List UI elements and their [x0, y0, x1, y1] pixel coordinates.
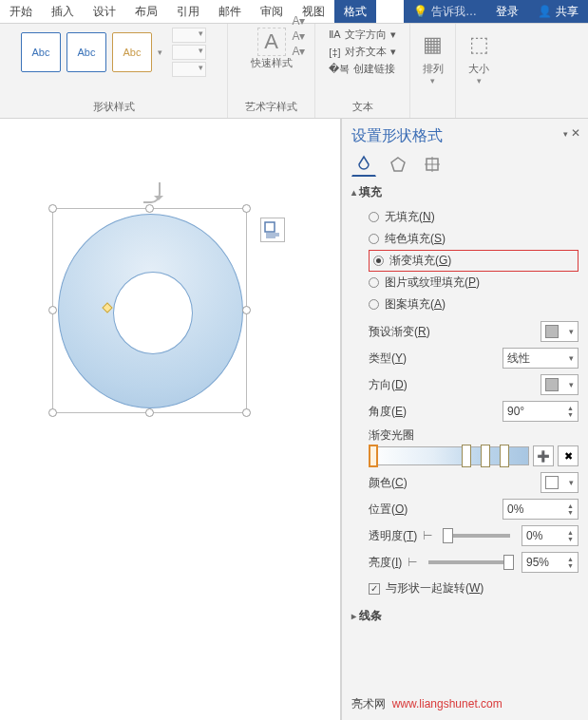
transparency-spinner[interactable]: 0%▲▼: [522, 525, 579, 546]
text-outline-icon[interactable]: A▾: [292, 29, 305, 43]
tab-insert[interactable]: 插入: [42, 0, 84, 23]
line-section-header[interactable]: 线条: [351, 608, 579, 624]
tab-mail[interactable]: 邮件: [209, 0, 251, 23]
resize-handle-bm[interactable]: [145, 408, 154, 417]
size-label: 大小: [468, 62, 489, 76]
fill-picture-radio[interactable]: 图片或纹理填充(P): [369, 272, 579, 294]
fill-gradient-radio[interactable]: 渐变填充(G): [369, 250, 579, 272]
group-shape-styles: 形状样式: [93, 100, 135, 114]
gradient-stop-3[interactable]: [481, 445, 490, 467]
shape-fill-dropdown[interactable]: [172, 28, 206, 43]
stop-position-spinner[interactable]: 0%▲▼: [503, 499, 579, 520]
shape-selection[interactable]: [52, 208, 247, 413]
brightness-spinner[interactable]: 95%▲▼: [522, 552, 579, 573]
size-icon[interactable]: ⬚: [462, 28, 496, 62]
shape-effects-dropdown[interactable]: [172, 62, 206, 77]
gradient-stops-label: 渐变光圈: [369, 427, 579, 444]
remove-stop-button[interactable]: ✖: [558, 445, 579, 466]
document-canvas[interactable]: [0, 119, 341, 720]
format-shape-pane: ✕ 设置形状格式 填充 无填充(N) 纯色填充(S) 渐变填充(G) 图片或纹理…: [341, 119, 588, 720]
lightbulb-icon: 💡: [413, 5, 427, 18]
text-fill-icon[interactable]: A▾: [292, 14, 305, 28]
pane-close-button[interactable]: ✕: [563, 126, 580, 140]
rotate-handle[interactable]: [143, 182, 161, 203]
align-text-icon: [‡]: [329, 47, 340, 58]
gradient-stop-4[interactable]: [500, 445, 509, 467]
text-direction-button[interactable]: ⅡA文字方向▾: [329, 28, 395, 42]
resize-handle-br[interactable]: [242, 408, 251, 417]
gallery-more-icon[interactable]: ▾: [158, 47, 162, 57]
shape-style-2[interactable]: Abc: [66, 32, 106, 72]
svg-rect-0: [265, 222, 275, 232]
tab-references[interactable]: 引用: [167, 0, 209, 23]
rotate-with-shape-checkbox[interactable]: ✓与形状一起旋转(W): [369, 580, 579, 597]
align-text-button[interactable]: [‡]对齐文本▾: [329, 45, 395, 59]
group-wordart: 艺术字样式: [245, 100, 297, 114]
angle-spinner[interactable]: 90°▲▼: [503, 401, 579, 422]
share-button[interactable]: 👤共享: [528, 0, 588, 23]
watermark: 亮术网 www.liangshunet.com: [351, 696, 503, 712]
shape-style-1[interactable]: Abc: [21, 32, 61, 72]
fill-line-tab[interactable]: [351, 152, 376, 177]
share-icon: 👤: [538, 5, 552, 18]
svg-marker-4: [391, 158, 405, 171]
add-stop-button[interactable]: ➕: [533, 445, 554, 466]
create-link-button[interactable]: �복创建链接: [329, 62, 395, 76]
tab-design[interactable]: 设计: [84, 0, 125, 23]
tell-me[interactable]: 💡告诉我…: [404, 0, 486, 23]
gradient-type-combo[interactable]: 线性▾: [503, 348, 579, 369]
fill-section-header[interactable]: 填充: [351, 184, 579, 200]
effects-tab[interactable]: [386, 152, 410, 177]
transparency-slider[interactable]: [444, 534, 510, 538]
donut-shape[interactable]: [58, 214, 243, 408]
quick-styles-label: 快速样式: [251, 56, 293, 70]
tab-review[interactable]: 审阅: [251, 0, 293, 23]
tab-layout[interactable]: 布局: [125, 0, 167, 23]
resize-handle-mr[interactable]: [242, 306, 251, 314]
brightness-slider[interactable]: [428, 560, 510, 564]
fill-none-radio[interactable]: 无填充(N): [369, 206, 579, 228]
text-effects-icon[interactable]: A▾: [292, 45, 305, 58]
shape-style-3[interactable]: Abc: [112, 32, 152, 72]
pane-title: 设置形状格式: [351, 126, 579, 146]
text-direction-icon: ⅡA: [329, 28, 340, 41]
tab-home[interactable]: 开始: [0, 0, 42, 23]
size-properties-tab[interactable]: [420, 152, 445, 177]
preset-gradient-combo[interactable]: ▾: [541, 321, 579, 342]
gradient-stops-bar[interactable]: [369, 446, 529, 465]
group-text: 文本: [352, 100, 373, 114]
resize-handle-tr[interactable]: [242, 204, 251, 213]
tab-format[interactable]: 格式: [334, 0, 376, 23]
layout-options-button[interactable]: [260, 218, 285, 242]
shape-outline-dropdown[interactable]: [172, 45, 206, 60]
link-icon: �복: [329, 62, 350, 76]
stop-color-combo[interactable]: ▾: [541, 472, 579, 493]
arrange-icon[interactable]: ▦: [416, 28, 450, 62]
login-button[interactable]: 登录: [486, 0, 528, 23]
ribbon: Abc Abc Abc ▾ 形状样式 A 快速样式 A▾ A▾ A▾ 艺术字样式…: [0, 24, 588, 119]
gradient-direction-combo[interactable]: ▾: [541, 374, 579, 395]
resize-handle-tl[interactable]: [48, 204, 57, 213]
resize-handle-bl[interactable]: [48, 408, 57, 417]
resize-handle-ml[interactable]: [48, 306, 57, 314]
gradient-stop-2[interactable]: [462, 445, 471, 467]
fill-pattern-radio[interactable]: 图案填充(A): [369, 294, 579, 315]
resize-handle-tm[interactable]: [145, 204, 154, 213]
arrange-label: 排列: [423, 62, 444, 76]
fill-solid-radio[interactable]: 纯色填充(S): [369, 228, 579, 250]
gradient-stop-1[interactable]: [369, 445, 378, 467]
quick-styles-icon[interactable]: A: [257, 28, 286, 56]
